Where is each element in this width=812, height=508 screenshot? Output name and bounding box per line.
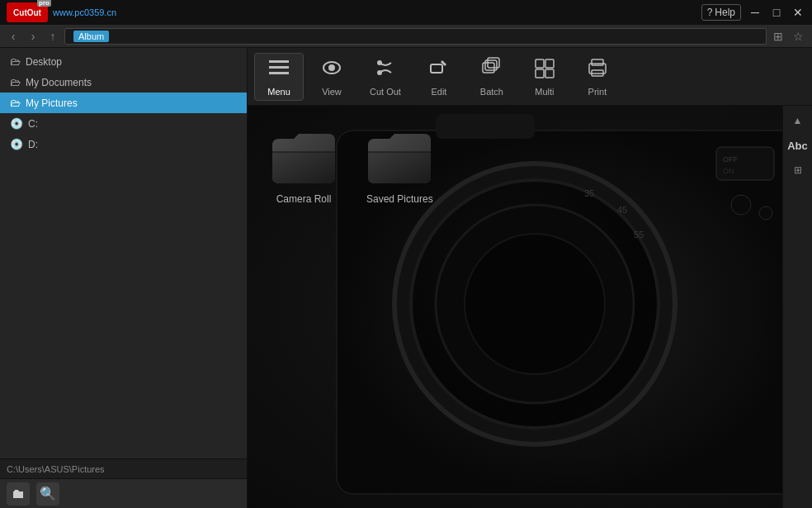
- ribbon-label-print: Print: [588, 87, 607, 97]
- sidebar-item-desktop[interactable]: 🗁Desktop: [0, 51, 247, 72]
- svg-rect-12: [536, 59, 544, 68]
- sidebar-bottom: 🖿 🔍: [0, 478, 247, 508]
- svg-rect-0: [269, 60, 289, 63]
- svg-point-5: [377, 60, 382, 65]
- ribbon-icon-batch: [479, 56, 504, 83]
- cutout-svg-icon: [373, 56, 398, 79]
- ribbon: MenuViewCut OutEditBatchMultiPrint: [248, 48, 812, 106]
- title-bar-left: CutOut pro www.pc0359.cn: [7, 2, 116, 22]
- star-icon[interactable]: ☆: [790, 28, 807, 45]
- ribbon-label-menu: Menu: [267, 87, 290, 97]
- title-bar: CutOut pro www.pc0359.cn ? Help ─ □ ✕: [0, 0, 812, 25]
- grid-button[interactable]: ⊞: [786, 159, 810, 182]
- tree-item-icon: 🗁: [10, 55, 21, 68]
- minimize-button[interactable]: ─: [748, 5, 762, 20]
- ribbon-item-print[interactable]: Print: [573, 53, 622, 101]
- ribbon-icon-cutout: [373, 56, 398, 83]
- maximize-button[interactable]: □: [769, 5, 784, 20]
- nav-path[interactable]: Album: [64, 28, 767, 45]
- app-logo: CutOut pro: [7, 2, 48, 22]
- help-button[interactable]: ? Help: [701, 4, 741, 21]
- svg-rect-10: [485, 60, 497, 70]
- sidebar-item-c[interactable]: 💿C:: [0, 113, 247, 134]
- svg-rect-7: [431, 64, 442, 73]
- ribbon-icon-view: [319, 56, 344, 83]
- svg-point-4: [328, 64, 335, 71]
- print-svg-icon: [585, 56, 610, 79]
- ribbon-label-multi: Multi: [535, 87, 554, 97]
- folder-item-camera-roll[interactable]: Camera Roll: [264, 122, 343, 211]
- content-area: MenuViewCut OutEditBatchMultiPrint: [248, 48, 812, 508]
- search-icon: 🔍: [40, 486, 56, 501]
- ribbon-icon-multi: [532, 56, 557, 83]
- svg-point-6: [377, 70, 382, 75]
- nav-bar: ‹ › ↑ Album ⊞ ☆: [0, 25, 812, 48]
- up-button[interactable]: ↑: [45, 28, 61, 45]
- abc-button[interactable]: Abc: [786, 134, 810, 157]
- view-svg-icon: [319, 56, 344, 79]
- svg-rect-13: [545, 59, 554, 68]
- folder-item-saved-pictures[interactable]: Saved Pictures: [360, 122, 440, 211]
- title-bar-right: ? Help ─ □ ✕: [701, 4, 805, 21]
- right-toolbar: ▲ Abc ⊞: [782, 106, 812, 508]
- sidebar-item-my-pictures[interactable]: 🗁My Pictures: [0, 93, 247, 113]
- ribbon-label-batch: Batch: [480, 87, 503, 97]
- forward-button[interactable]: ›: [25, 28, 41, 45]
- ribbon-label-edit: Edit: [431, 87, 446, 97]
- tree-item-label: My Pictures: [26, 97, 78, 109]
- ribbon-label-view: View: [322, 87, 342, 97]
- svg-rect-15: [545, 69, 554, 78]
- folder-icon-saved-pictures: [366, 129, 432, 187]
- sidebar-item-my-documents[interactable]: 🗁My Documents: [0, 72, 247, 93]
- sidebar-item-d[interactable]: 💿D:: [0, 134, 247, 154]
- ribbon-item-menu[interactable]: Menu: [254, 53, 304, 101]
- album-tag: Album: [73, 31, 109, 42]
- ribbon-label-cutout: Cut Out: [370, 87, 401, 97]
- new-folder-icon[interactable]: ⊞: [770, 28, 786, 45]
- ribbon-icon-menu: [267, 56, 291, 83]
- ribbon-item-view[interactable]: View: [307, 53, 356, 101]
- svg-point-32: [759, 207, 772, 220]
- scroll-up-button[interactable]: ▲: [786, 109, 810, 132]
- app-badge: pro: [37, 0, 51, 7]
- sidebar-tree: 🗁Desktop🗁My Documents🗁My Pictures💿C:💿D:: [0, 48, 247, 458]
- svg-rect-1: [269, 66, 289, 69]
- nav-icons: ⊞ ☆: [770, 28, 807, 45]
- batch-svg-icon: [479, 56, 504, 79]
- edit-svg-icon: [427, 56, 451, 79]
- folders-area: Camera Roll Saved Pictures: [248, 106, 753, 508]
- content-with-right: 35 45 55 OFF ON: [248, 106, 812, 508]
- tree-item-icon: 💿: [10, 138, 23, 150]
- svg-rect-17: [592, 59, 603, 65]
- tree-item-label: D:: [28, 139, 38, 150]
- help-label: Help: [715, 7, 735, 18]
- close-button[interactable]: ✕: [791, 5, 805, 20]
- ribbon-item-batch[interactable]: Batch: [467, 53, 517, 101]
- image-content: 35 45 55 OFF ON: [248, 106, 782, 508]
- tree-item-label: C:: [28, 118, 38, 130]
- status-path: C:\Users\ASUS\Pictures: [7, 464, 105, 474]
- title-url: www.pc0359.cn: [53, 7, 116, 17]
- ribbon-item-cutout[interactable]: Cut Out: [360, 53, 411, 101]
- tree-item-icon: 🗁: [10, 76, 21, 88]
- ribbon-icon-edit: [427, 56, 451, 83]
- folder-name-camera-roll: Camera Roll: [276, 193, 332, 205]
- folder-icon-camera-roll: [271, 129, 337, 187]
- app-name: CutOut: [13, 8, 41, 17]
- tree-item-icon: 🗁: [10, 97, 21, 109]
- tree-item-icon: 💿: [10, 117, 23, 130]
- tree-item-label: My Documents: [26, 77, 92, 88]
- back-button[interactable]: ‹: [5, 28, 21, 45]
- search-button[interactable]: 🔍: [36, 482, 59, 506]
- help-icon: ?: [707, 7, 713, 18]
- multi-svg-icon: [532, 56, 557, 79]
- ribbon-item-edit[interactable]: Edit: [414, 53, 464, 101]
- main-layout: 🗁Desktop🗁My Documents🗁My Pictures💿C:💿D: …: [0, 48, 812, 508]
- folder-button[interactable]: 🖿: [7, 482, 30, 506]
- menu-svg-icon: [267, 56, 291, 79]
- folder-name-saved-pictures: Saved Pictures: [366, 193, 433, 205]
- ribbon-icon-print: [585, 56, 610, 83]
- sidebar-status: C:\Users\ASUS\Pictures: [0, 458, 247, 478]
- svg-rect-14: [536, 69, 544, 78]
- ribbon-item-multi[interactable]: Multi: [520, 53, 569, 101]
